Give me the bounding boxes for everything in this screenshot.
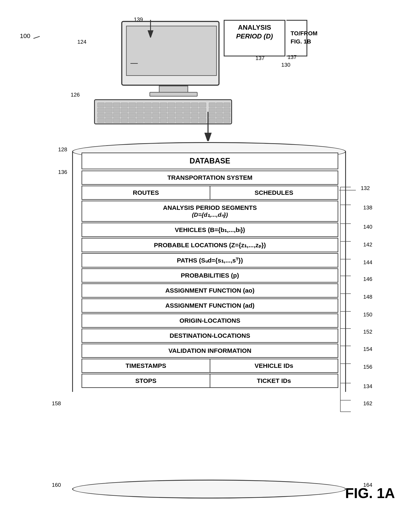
ref-126: 126 xyxy=(71,91,80,98)
db-row-validation-info: VALIDATION INFORMATION xyxy=(82,344,338,358)
svg-line-0 xyxy=(33,36,40,38)
ref-132: 132 xyxy=(361,185,370,192)
key xyxy=(199,103,206,107)
key xyxy=(168,118,175,123)
key xyxy=(98,113,105,118)
key xyxy=(152,113,159,118)
key xyxy=(168,113,175,118)
key xyxy=(160,118,167,123)
key xyxy=(168,103,175,107)
numpad-key xyxy=(216,113,223,118)
db-title: DATABASE xyxy=(82,153,338,169)
key xyxy=(176,113,183,118)
ref-156: 156 xyxy=(363,364,372,370)
key xyxy=(121,103,128,107)
numpad-key xyxy=(209,103,216,107)
key xyxy=(113,108,120,112)
key xyxy=(105,118,112,123)
key xyxy=(113,113,120,118)
key xyxy=(113,118,120,123)
ref-158: 158 xyxy=(52,400,61,407)
key xyxy=(121,113,128,118)
numpad-key xyxy=(216,103,223,107)
key xyxy=(183,118,190,123)
ref-146: 146 xyxy=(363,276,372,282)
key xyxy=(128,118,136,123)
key xyxy=(136,113,144,118)
ref-128: 128 xyxy=(58,146,67,153)
ref-130: 130 xyxy=(281,62,290,68)
analysis-period-title: ANALYSIS PERIOD (D) xyxy=(225,21,285,41)
ref-150: 150 xyxy=(363,312,372,318)
key xyxy=(191,108,198,112)
key xyxy=(176,118,183,123)
key xyxy=(98,118,105,123)
db-row-origin-locations: ORIGIN-LOCATIONS xyxy=(82,313,338,328)
key xyxy=(113,103,120,107)
monitor-screen xyxy=(126,26,217,76)
key xyxy=(152,118,159,123)
ref-138: 138 xyxy=(363,204,372,211)
key xyxy=(191,103,198,107)
ref-136: 136 xyxy=(58,169,67,175)
key xyxy=(160,108,167,112)
db-cell-stops: STOPS xyxy=(82,374,210,388)
key xyxy=(144,108,151,112)
ref-160: 160 xyxy=(52,482,61,488)
db-cell-schedules: SCHEDULES xyxy=(210,186,338,200)
analysis-period-box: ANALYSIS PERIOD (D) xyxy=(224,20,285,56)
key xyxy=(136,103,144,107)
key xyxy=(144,113,151,118)
arrow-139-to-monitor xyxy=(144,19,157,38)
numpad-key xyxy=(224,113,230,118)
db-row-probable-locations: PROBABLE LOCATIONS (Z={z₁,...,zₚ}) xyxy=(82,238,338,252)
db-row-probabilities: PROBABILITIES (p) xyxy=(82,268,338,282)
db-row-paths: PATHS (Sᵤd={s₁,...,sᵀ}) xyxy=(82,253,338,267)
key xyxy=(128,108,136,112)
ref-140: 140 xyxy=(363,224,372,230)
key xyxy=(183,108,190,112)
numpad-key xyxy=(216,118,223,123)
key xyxy=(105,113,112,118)
ref-144: 144 xyxy=(363,259,372,266)
numpad-key xyxy=(224,118,230,123)
database-content: DATABASE TRANSPORTATION SYSTEM ROUTES SC… xyxy=(82,153,338,389)
db-row-timestamps-vehicleids: TIMESTAMPS VEHICLE IDs xyxy=(82,359,338,373)
ref-148: 148 xyxy=(363,294,372,300)
ref-162: 162 xyxy=(363,400,372,407)
ref-100: 100 xyxy=(20,32,41,39)
key xyxy=(144,103,151,107)
db-row-vehicles: VEHICLES (B={b₁,...,bₗ}) xyxy=(82,223,338,237)
key xyxy=(136,118,144,123)
arrow-computer-to-db xyxy=(203,111,213,141)
cursor-indicator xyxy=(130,63,138,64)
db-cell-ticketids: TICKET IDs xyxy=(210,374,338,388)
ref-164: 164 xyxy=(363,482,372,488)
key xyxy=(98,103,105,107)
db-row-assignment-ad: ASSIGNMENT FUNCTION (ad) xyxy=(82,298,338,313)
numpad-key xyxy=(224,103,230,107)
key xyxy=(152,103,159,107)
key xyxy=(128,113,136,118)
cylinder-left-border xyxy=(72,152,73,392)
db-cell-timestamps: TIMESTAMPS xyxy=(82,359,210,373)
right-bracket-lines xyxy=(338,184,380,416)
key xyxy=(136,108,144,112)
db-row-transportation-system: TRANSPORTATION SYSTEM xyxy=(82,171,338,185)
key xyxy=(183,113,190,118)
ref-137-label: 137 xyxy=(255,55,264,61)
key xyxy=(191,113,198,118)
db-row-routes-schedules: ROUTES SCHEDULES xyxy=(82,186,338,200)
key xyxy=(160,113,167,118)
key xyxy=(105,108,112,112)
key xyxy=(160,103,167,107)
fig1b-label: TO/FROMFIG. 1B xyxy=(291,29,318,45)
key xyxy=(176,103,183,107)
db-cell-vehicleids: VEHICLE IDs xyxy=(210,359,338,373)
db-row-analysis-period-segments: ANALYSIS PERIOD SEGMENTS (D={d₁,...,dₙ}) xyxy=(82,201,338,222)
key xyxy=(168,108,175,112)
key xyxy=(128,103,136,107)
key xyxy=(183,103,190,107)
ref-134: 134 xyxy=(363,383,372,390)
numpad-key xyxy=(224,108,230,112)
